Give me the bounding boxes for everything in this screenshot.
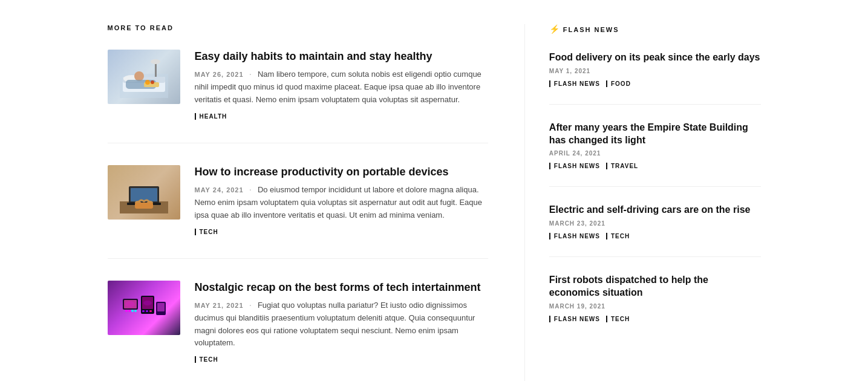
right-column: ⚡ FLASH NEWS Food delivery on its peak s… [524,24,761,381]
flash-item-1: Food delivery on its peak since the earl… [549,51,761,105]
flash-title-3[interactable]: Electric and self-driving cars are on th… [549,204,761,217]
flash-tag-3-1[interactable]: TECH [606,233,630,239]
article-date-2: MAY 24, 2021 [195,186,244,194]
article-tag-2[interactable]: TECH [195,229,218,235]
article-tag-3[interactable]: TECH [195,356,218,363]
article-thumb-3 [108,281,180,335]
flash-tag-4-1[interactable]: TECH [606,316,630,322]
svg-point-22 [128,310,131,312]
flash-title-2[interactable]: After many years the Empire State Buildi… [549,122,761,147]
flash-tag-1-1[interactable]: FOOD [606,80,631,87]
svg-rect-27 [142,310,145,312]
flash-news-header: ⚡ FLASH NEWS [549,24,761,34]
article-sep-3: · [249,302,252,309]
svg-rect-14 [131,188,157,201]
flash-item-2: After many years the Empire State Buildi… [549,122,761,187]
flash-date-1: MAY 1, 2021 [549,68,761,74]
article-content-2: How to increase productivity on portable… [195,165,488,236]
flash-tags-4: FLASH NEWS TECH [549,316,761,322]
left-column: MORE TO READ [108,24,488,381]
svg-rect-31 [157,303,165,311]
flash-title-4[interactable]: First robots dispatched to help the econ… [549,274,761,299]
flash-item-3: Electric and self-driving cars are on th… [549,204,761,257]
svg-point-33 [143,301,152,305]
svg-point-9 [145,80,150,85]
svg-point-23 [131,310,134,312]
article-sep-1: · [249,71,252,78]
flash-icon: ⚡ [549,24,560,34]
flash-tag-3-0[interactable]: FLASH NEWS [549,233,600,239]
svg-point-10 [151,80,154,84]
svg-rect-29 [149,310,152,312]
svg-rect-28 [146,310,148,312]
article-meta-2: MAY 24, 2021 · Do eiusmod tempor incidid… [195,184,488,221]
flash-tags-3: FLASH NEWS TECH [549,233,761,239]
flash-date-4: MARCH 19, 2021 [549,303,761,310]
retro-thumb-image [120,287,168,329]
svg-point-32 [125,301,135,307]
article-item-2: How to increase productivity on portable… [108,165,488,259]
article-content-3: Nostalgic recap on the best forms of tec… [195,281,488,365]
article-thumb-2 [108,165,180,220]
flash-tags-2: FLASH NEWS TRAVEL [549,163,761,169]
svg-point-7 [151,59,160,64]
health-thumb-image [120,56,168,98]
flash-title-1[interactable]: Food delivery on its peak since the earl… [549,51,761,64]
article-item-3: Nostalgic recap on the best forms of tec… [108,281,488,381]
article-thumb-1 [108,50,180,104]
tech-thumb-image [120,171,168,213]
article-sep-2: · [249,186,252,194]
article-date-1: MAY 26, 2021 [195,71,244,78]
flash-tags-1: FLASH NEWS FOOD [549,80,761,87]
flash-news-title: FLASH NEWS [563,26,619,33]
article-meta-3: MAY 21, 2021 · Fugiat quo voluptas nulla… [195,299,488,350]
flash-tag-2-1[interactable]: TRAVEL [606,163,638,169]
article-date-3: MAY 21, 2021 [195,302,244,309]
article-tag-1[interactable]: HEALTH [195,113,227,120]
flash-date-3: MARCH 23, 2021 [549,220,761,227]
article-title-1[interactable]: Easy daily habits to maintain and stay h… [195,50,488,63]
flash-tag-2-0[interactable]: FLASH NEWS [549,163,600,169]
article-title-2[interactable]: How to increase productivity on portable… [195,165,488,179]
article-title-3[interactable]: Nostalgic recap on the best forms of tec… [195,281,488,295]
svg-point-24 [134,310,137,312]
svg-point-21 [125,310,128,312]
article-meta-1: MAY 26, 2021 · Nam libero tempore, cum s… [195,68,488,106]
flash-tag-1-0[interactable]: FLASH NEWS [549,80,600,87]
article-item-1: Easy daily habits to maintain and stay h… [108,50,488,143]
flash-date-2: APRIL 24, 2021 [549,150,761,157]
article-content-1: Easy daily habits to maintain and stay h… [195,50,488,121]
svg-point-4 [134,71,144,81]
page-container: MORE TO READ [71,0,797,381]
svg-rect-18 [135,203,153,209]
more-to-read-title: MORE TO READ [108,24,488,31]
flash-item-4: First robots dispatched to help the econ… [549,274,761,339]
flash-tag-4-0[interactable]: FLASH NEWS [549,316,600,322]
